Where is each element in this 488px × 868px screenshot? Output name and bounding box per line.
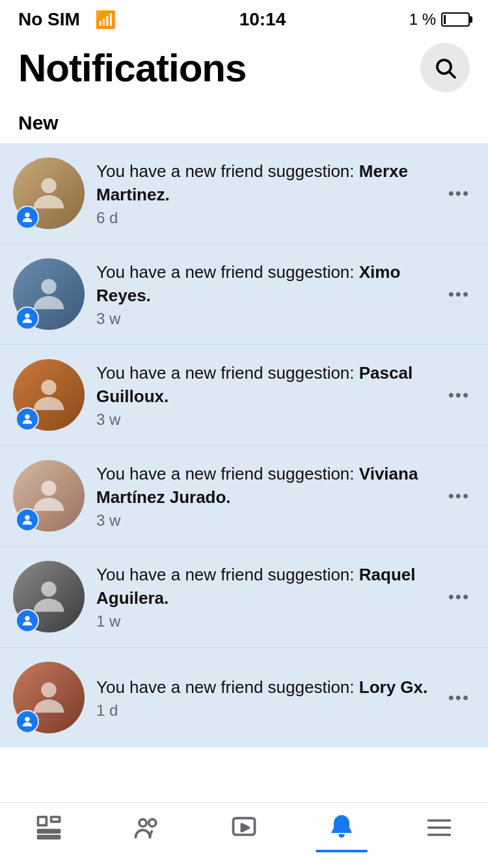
avatar bbox=[13, 157, 85, 229]
search-icon bbox=[433, 56, 457, 79]
notification-text: You have a new friend suggestion: Lory G… bbox=[96, 675, 431, 699]
svg-point-2 bbox=[41, 178, 56, 193]
person-icon bbox=[20, 714, 34, 729]
svg-point-19 bbox=[149, 819, 156, 826]
notification-time: 3 w bbox=[96, 310, 431, 328]
menu-icon bbox=[425, 813, 454, 842]
svg-point-6 bbox=[41, 380, 56, 395]
header: Notifications bbox=[0, 36, 488, 105]
status-carrier: No SIM 📶 bbox=[18, 9, 116, 30]
notification-text: You have a new friend suggestion: Pascal… bbox=[96, 361, 431, 409]
svg-rect-14 bbox=[38, 817, 47, 826]
notification-content: You have a new friend suggestion: Ximo R… bbox=[96, 260, 431, 329]
tab-notifications[interactable] bbox=[293, 813, 390, 842]
tab-feed[interactable] bbox=[0, 813, 98, 842]
friends-icon bbox=[132, 813, 161, 842]
notification-text: You have a new friend suggestion: Vivian… bbox=[96, 462, 431, 509]
person-icon bbox=[20, 513, 34, 527]
status-time: 10:14 bbox=[239, 9, 286, 30]
person-icon bbox=[20, 210, 34, 224]
svg-rect-15 bbox=[51, 817, 60, 822]
avatar bbox=[13, 460, 85, 532]
svg-point-5 bbox=[25, 314, 29, 318]
friend-badge-icon bbox=[16, 710, 39, 733]
friend-badge-icon bbox=[16, 306, 39, 330]
notification-content: You have a new friend suggestion: Lory G… bbox=[96, 675, 431, 720]
svg-point-7 bbox=[25, 414, 29, 419]
feed-icon bbox=[34, 813, 63, 842]
tab-menu[interactable] bbox=[390, 813, 488, 842]
svg-point-12 bbox=[41, 683, 56, 698]
ellipsis-icon: ••• bbox=[448, 587, 470, 607]
svg-point-8 bbox=[41, 481, 56, 496]
more-options-button[interactable]: ••• bbox=[443, 279, 475, 310]
ellipsis-icon: ••• bbox=[448, 688, 470, 708]
friend-badge-icon bbox=[16, 206, 39, 229]
list-item[interactable]: You have a new friend suggestion: Lory G… bbox=[0, 647, 488, 748]
more-options-button[interactable]: ••• bbox=[443, 178, 475, 209]
person-icon bbox=[20, 311, 34, 325]
svg-point-4 bbox=[41, 279, 56, 294]
svg-point-10 bbox=[41, 582, 56, 597]
notification-content: You have a new friend suggestion: Pascal… bbox=[96, 361, 431, 429]
notifications-list: You have a new friend suggestion: Merxe … bbox=[0, 143, 488, 748]
ellipsis-icon: ••• bbox=[448, 385, 470, 405]
notification-time: 3 w bbox=[96, 511, 431, 530]
svg-point-11 bbox=[25, 616, 29, 621]
more-options-button[interactable]: ••• bbox=[443, 582, 475, 612]
list-item[interactable]: You have a new friend suggestion: Raquel… bbox=[0, 547, 488, 647]
section-title: New bbox=[18, 112, 59, 133]
status-bar: No SIM 📶 10:14 1 % bbox=[0, 0, 488, 36]
wifi-icon: 📶 bbox=[95, 10, 116, 30]
list-item[interactable]: You have a new friend suggestion: Pascal… bbox=[0, 345, 488, 446]
battery-box bbox=[441, 12, 470, 27]
section-header: New bbox=[0, 105, 488, 143]
list-item[interactable]: You have a new friend suggestion: Vivian… bbox=[0, 446, 488, 547]
notification-content: You have a new friend suggestion: Merxe … bbox=[96, 159, 431, 228]
battery-fill bbox=[444, 15, 446, 24]
svg-marker-21 bbox=[241, 824, 249, 832]
svg-point-9 bbox=[25, 515, 29, 520]
search-button[interactable] bbox=[420, 43, 470, 92]
svg-point-13 bbox=[25, 717, 29, 722]
avatar bbox=[13, 561, 85, 632]
bell-icon bbox=[327, 813, 356, 842]
notification-time: 1 w bbox=[96, 612, 431, 631]
ellipsis-icon: ••• bbox=[448, 486, 470, 506]
watch-icon bbox=[230, 813, 258, 842]
svg-rect-17 bbox=[38, 836, 60, 839]
friend-badge-icon bbox=[16, 407, 39, 431]
avatar bbox=[13, 359, 85, 431]
avatar bbox=[13, 258, 85, 330]
svg-rect-16 bbox=[38, 830, 60, 833]
list-item[interactable]: You have a new friend suggestion: Ximo R… bbox=[0, 244, 488, 345]
more-options-button[interactable]: ••• bbox=[443, 481, 475, 511]
notification-content: You have a new friend suggestion: Raquel… bbox=[96, 563, 431, 631]
ellipsis-icon: ••• bbox=[448, 183, 470, 204]
person-icon bbox=[20, 614, 34, 628]
battery-percent: 1 % bbox=[409, 10, 436, 29]
notification-time: 6 d bbox=[96, 209, 431, 227]
more-options-button[interactable]: ••• bbox=[443, 683, 475, 713]
notification-text: You have a new friend suggestion: Ximo R… bbox=[96, 260, 431, 308]
person-icon bbox=[20, 412, 34, 426]
friend-badge-icon bbox=[16, 508, 39, 532]
page-title: Notifications bbox=[18, 46, 246, 90]
notification-text: You have a new friend suggestion: Raquel… bbox=[96, 563, 431, 610]
svg-line-1 bbox=[450, 72, 455, 77]
tab-friends[interactable] bbox=[98, 813, 195, 842]
more-options-button[interactable]: ••• bbox=[443, 380, 475, 411]
avatar bbox=[13, 662, 85, 733]
ellipsis-icon: ••• bbox=[448, 284, 470, 305]
battery-icon bbox=[441, 12, 470, 27]
active-indicator bbox=[316, 850, 368, 852]
notification-text: You have a new friend suggestion: Merxe … bbox=[96, 159, 431, 207]
notification-time: 3 w bbox=[96, 411, 431, 429]
svg-point-18 bbox=[139, 819, 146, 826]
notification-content: You have a new friend suggestion: Vivian… bbox=[96, 462, 431, 530]
status-battery: 1 % bbox=[409, 10, 470, 29]
list-item[interactable]: You have a new friend suggestion: Merxe … bbox=[0, 143, 488, 244]
friend-badge-icon bbox=[16, 609, 39, 632]
notification-time: 1 d bbox=[96, 701, 431, 720]
tab-watch[interactable] bbox=[195, 813, 293, 842]
